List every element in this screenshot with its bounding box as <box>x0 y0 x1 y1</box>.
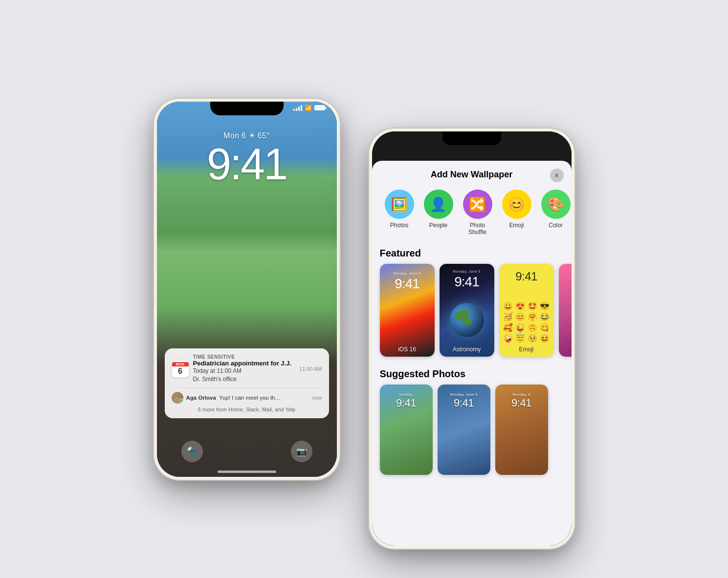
battery-icon <box>314 105 325 110</box>
notif-sender-and-message: Aga Orlova Yup! I can meet you th... <box>186 395 309 401</box>
suggested-3[interactable]: Monday, 6 9:41 <box>495 385 548 475</box>
category-photo-shuffle[interactable]: 🔀 PhotoShuffle <box>458 190 497 236</box>
ios16-clock: 9:41 <box>380 276 435 292</box>
suggested-1-time: Sunday, 9:41 <box>380 392 433 409</box>
notif-message-preview: Yup! I can meet you th... <box>219 395 280 401</box>
camera-button[interactable]: 📷 <box>291 441 312 462</box>
close-button[interactable]: × <box>550 169 564 182</box>
scene: 📶 Mon 6 ☀ 65° 9:41 <box>0 0 728 578</box>
suggested-grid: Sunday, 9:41 Monday, June 6 9:41 <box>372 385 572 483</box>
status-bar-left: 📶 <box>157 105 337 111</box>
emoji-time-overlay: 9:41 <box>499 270 554 283</box>
cal-day: 6 <box>178 366 182 376</box>
category-people-label: People <box>429 222 447 229</box>
wallpaper-partial[interactable] <box>559 264 572 357</box>
notif-message-time: now <box>312 395 322 401</box>
shuffle-icon: 🔀 <box>469 196 486 213</box>
color-icon: 🎨 <box>547 196 564 213</box>
message-app-badge <box>179 399 183 404</box>
suggested-2[interactable]: Monday, June 6 9:41 <box>438 385 490 475</box>
suggested-2-bg: Monday, June 6 9:41 <box>438 385 490 475</box>
astronomy-bg: Monday, June 6 9:41 <box>440 264 494 357</box>
featured-header: Featured <box>372 244 572 264</box>
notification-card: MON 6 TIME SENSITIVE Pediatrician appoin… <box>165 348 329 418</box>
ios16-bg: Monday, June 6 9:41 <box>380 264 435 357</box>
notif-event-detail1: Today at 11:00 AM <box>193 367 292 375</box>
notif-app-meta: TIME SENSITIVE Pediatrician appointment … <box>193 354 292 384</box>
suggested-1-clock: 9:41 <box>380 397 433 409</box>
cal-month: MON <box>172 362 189 366</box>
notif-message-row: Aga Orlova Yup! I can meet you th... now <box>172 387 322 404</box>
notif-header: MON 6 TIME SENSITIVE Pediatrician appoin… <box>172 354 322 384</box>
emoji-icon-circle: 😊 <box>502 190 531 219</box>
phone-left: 📶 Mon 6 ☀ 65° 9:41 <box>154 99 340 480</box>
category-emoji-label: Emoji <box>509 222 524 229</box>
notif-app-row: MON 6 TIME SENSITIVE Pediatrician appoin… <box>172 354 292 384</box>
suggested-3-time: Monday, 6 9:41 <box>495 392 548 409</box>
suggested-2-date: Monday, June 6 <box>438 392 490 397</box>
phone-left-screen: 📶 Mon 6 ☀ 65° 9:41 <box>157 102 337 477</box>
suggested-2-time: Monday, June 6 9:41 <box>438 392 490 409</box>
suggested-1[interactable]: Sunday, 9:41 <box>380 385 433 475</box>
suggested-3-bg: Monday, 6 9:41 <box>495 385 548 475</box>
photo-shuffle-icon-circle: 🔀 <box>463 190 492 219</box>
emoji-label: Emoji <box>499 346 554 353</box>
wallpaper-emoji[interactable]: 9:41 😀 😍 🤩 😎 🥳 😊 🤗 😂 <box>499 264 554 357</box>
notch-right <box>442 131 501 145</box>
color-icon-circle: 🎨 <box>541 190 571 219</box>
lock-date: Mon 6 ☀ 65° <box>157 131 337 140</box>
signal-icon <box>293 105 302 111</box>
category-photos[interactable]: 🖼️ Photos <box>380 190 419 236</box>
wallpaper-astronomy[interactable]: Monday, June 6 9:41 Astronomy <box>440 264 494 357</box>
wallpaper-ios16[interactable]: Monday, June 6 9:41 iOS 16 <box>380 264 435 357</box>
lock-screen-background: 📶 Mon 6 ☀ 65° 9:41 <box>157 102 337 477</box>
suggested-2-clock: 9:41 <box>438 397 490 409</box>
wallpaper-sheet-header: Add New Wallpaper × <box>372 161 572 186</box>
suggested-3-date: Monday, 6 <box>495 392 548 397</box>
category-photos-label: Photos <box>390 222 408 229</box>
emoji-icon: 😊 <box>508 196 525 213</box>
lock-time-section: Mon 6 ☀ 65° 9:41 <box>157 131 337 190</box>
photos-icon: 🖼️ <box>391 196 408 213</box>
phone-right-screen: Add New Wallpaper × 🖼️ Photos 👤 <box>372 131 572 546</box>
wifi-icon: 📶 <box>305 105 312 111</box>
emoji-clock: 9:41 <box>499 270 554 283</box>
category-color-label: Color <box>549 222 563 229</box>
notif-event-time: 11:00 AM <box>299 366 322 372</box>
calendar-icon: MON 6 <box>172 360 189 378</box>
status-icons-left: 📶 <box>293 105 325 111</box>
astronomy-date: Monday, June 6 <box>440 270 494 273</box>
suggested-1-bg: Sunday, 9:41 <box>380 385 433 475</box>
flashlight-icon: 🔦 <box>187 446 198 457</box>
earth-image <box>450 303 484 337</box>
notif-more-text: 6 more from Home, Slack, Mail, and Yelp <box>172 407 322 412</box>
suggested-header: Suggested Photos <box>372 364 572 385</box>
lock-bottom-row: 🔦 📷 <box>157 441 337 462</box>
pink-bg <box>559 264 572 357</box>
home-indicator-left <box>218 471 276 473</box>
phone-right: Add New Wallpaper × 🖼️ Photos 👤 <box>369 128 574 549</box>
category-color[interactable]: 🎨 Color <box>536 190 572 236</box>
wallpaper-sheet[interactable]: Add New Wallpaper × 🖼️ Photos 👤 <box>372 161 572 546</box>
category-emoji[interactable]: 😊 Emoji <box>497 190 536 236</box>
ios16-label: iOS 16 <box>380 346 435 353</box>
emoji-bg: 9:41 😀 😍 🤩 😎 🥳 😊 🤗 😂 <box>499 264 554 357</box>
categories-row: 🖼️ Photos 👤 People 🔀 P <box>372 186 572 244</box>
notif-event-detail2: Dr. Smith's office <box>193 375 292 384</box>
people-icon-circle: 👤 <box>424 190 453 219</box>
suggested-1-date: Sunday, <box>380 392 433 397</box>
featured-grid: Monday, June 6 9:41 iOS 16 Monday, June … <box>372 264 572 364</box>
camera-icon: 📷 <box>296 446 307 457</box>
category-people[interactable]: 👤 People <box>419 190 458 236</box>
flashlight-button[interactable]: 🔦 <box>181 441 203 462</box>
notif-label: TIME SENSITIVE <box>193 354 292 360</box>
category-shuffle-label: PhotoShuffle <box>468 222 486 236</box>
photos-icon-circle: 🖼️ <box>385 190 414 219</box>
people-icon: 👤 <box>430 196 447 213</box>
notif-sender: Aga Orlova <box>186 395 216 401</box>
astronomy-clock: 9:41 <box>440 274 494 290</box>
lock-time: 9:41 <box>157 142 337 186</box>
emoji-grid: 😀 😍 🤩 😎 🥳 😊 🤗 😂 🥰 😜 🙃 <box>499 298 554 347</box>
avatar <box>172 392 183 404</box>
astronomy-label: Astronomy <box>440 346 494 353</box>
